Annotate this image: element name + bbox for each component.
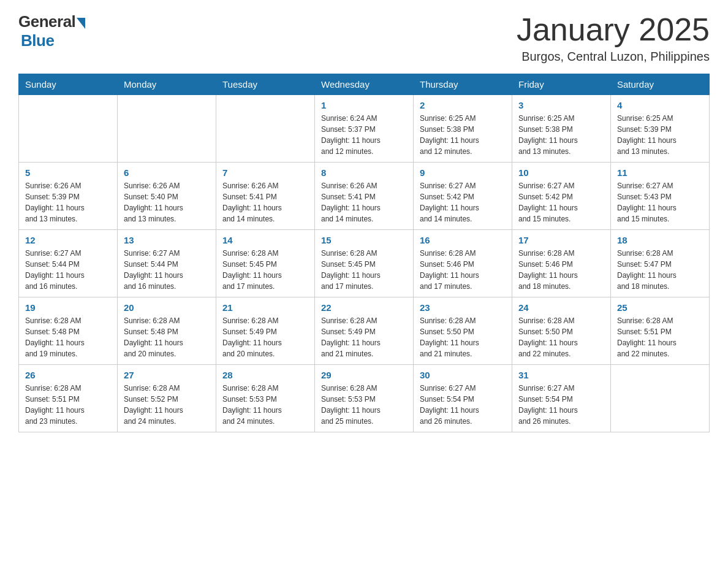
calendar-cell: 1Sunrise: 6:24 AM Sunset: 5:37 PM Daylig… (315, 95, 414, 163)
day-number: 20 (124, 302, 210, 313)
calendar-cell: 29Sunrise: 6:28 AM Sunset: 5:53 PM Dayli… (315, 365, 414, 432)
day-number: 17 (518, 235, 604, 245)
calendar-cell: 28Sunrise: 6:28 AM Sunset: 5:53 PM Dayli… (216, 365, 315, 432)
calendar-cell: 26Sunrise: 6:28 AM Sunset: 5:51 PM Dayli… (19, 365, 118, 432)
calendar-cell: 19Sunrise: 6:28 AM Sunset: 5:48 PM Dayli… (19, 297, 118, 365)
calendar-cell: 14Sunrise: 6:28 AM Sunset: 5:45 PM Dayli… (216, 230, 315, 297)
day-number: 15 (321, 235, 407, 245)
day-info: Sunrise: 6:26 AM Sunset: 5:40 PM Dayligh… (124, 180, 210, 224)
calendar-cell: 18Sunrise: 6:28 AM Sunset: 5:47 PM Dayli… (611, 230, 710, 297)
day-info: Sunrise: 6:28 AM Sunset: 5:48 PM Dayligh… (124, 315, 210, 359)
day-number: 24 (518, 302, 604, 313)
calendar-cell: 3Sunrise: 6:25 AM Sunset: 5:38 PM Daylig… (512, 95, 611, 163)
calendar-cell: 22Sunrise: 6:28 AM Sunset: 5:49 PM Dayli… (315, 297, 414, 365)
month-title: January 2025 (517, 12, 710, 47)
calendar-cell: 20Sunrise: 6:28 AM Sunset: 5:48 PM Dayli… (118, 297, 216, 365)
calendar-cell: 23Sunrise: 6:28 AM Sunset: 5:50 PM Dayli… (414, 297, 512, 365)
day-number: 26 (25, 370, 111, 380)
calendar-table: SundayMondayTuesdayWednesdayThursdayFrid… (18, 74, 710, 432)
calendar-cell: 8Sunrise: 6:26 AM Sunset: 5:41 PM Daylig… (315, 163, 414, 230)
calendar-cell (611, 365, 710, 432)
day-header-tuesday: Tuesday (216, 74, 315, 95)
day-number: 22 (321, 302, 407, 313)
calendar-cell: 11Sunrise: 6:27 AM Sunset: 5:43 PM Dayli… (611, 163, 710, 230)
day-number: 21 (222, 302, 308, 313)
logo: General Blue (18, 12, 85, 50)
day-info: Sunrise: 6:28 AM Sunset: 5:50 PM Dayligh… (420, 315, 506, 359)
week-row-3: 12Sunrise: 6:27 AM Sunset: 5:44 PM Dayli… (19, 230, 710, 297)
day-info: Sunrise: 6:25 AM Sunset: 5:38 PM Dayligh… (420, 113, 506, 157)
day-header-sunday: Sunday (19, 74, 118, 95)
calendar-cell (19, 95, 118, 163)
week-row-2: 5Sunrise: 6:26 AM Sunset: 5:39 PM Daylig… (19, 163, 710, 230)
calendar-cell: 2Sunrise: 6:25 AM Sunset: 5:38 PM Daylig… (414, 95, 512, 163)
day-number: 10 (518, 167, 604, 178)
week-row-5: 26Sunrise: 6:28 AM Sunset: 5:51 PM Dayli… (19, 365, 710, 432)
day-info: Sunrise: 6:28 AM Sunset: 5:49 PM Dayligh… (321, 315, 407, 359)
day-number: 23 (420, 302, 506, 313)
day-number: 28 (222, 370, 308, 380)
day-number: 31 (518, 370, 604, 380)
day-info: Sunrise: 6:27 AM Sunset: 5:43 PM Dayligh… (617, 180, 703, 224)
day-number: 16 (420, 235, 506, 245)
day-number: 5 (25, 167, 111, 178)
calendar-cell: 25Sunrise: 6:28 AM Sunset: 5:51 PM Dayli… (611, 297, 710, 365)
day-header-monday: Monday (118, 74, 216, 95)
day-info: Sunrise: 6:27 AM Sunset: 5:54 PM Dayligh… (518, 383, 604, 427)
day-number: 13 (124, 235, 210, 245)
calendar-cell: 9Sunrise: 6:27 AM Sunset: 5:42 PM Daylig… (414, 163, 512, 230)
calendar-cell: 10Sunrise: 6:27 AM Sunset: 5:42 PM Dayli… (512, 163, 611, 230)
day-header-thursday: Thursday (414, 74, 512, 95)
day-header-friday: Friday (512, 74, 611, 95)
day-info: Sunrise: 6:28 AM Sunset: 5:51 PM Dayligh… (617, 315, 703, 359)
day-number: 7 (222, 167, 308, 178)
day-info: Sunrise: 6:24 AM Sunset: 5:37 PM Dayligh… (321, 113, 407, 157)
calendar-cell (118, 95, 216, 163)
day-info: Sunrise: 6:28 AM Sunset: 5:46 PM Dayligh… (420, 248, 506, 292)
day-info: Sunrise: 6:28 AM Sunset: 5:45 PM Dayligh… (321, 248, 407, 292)
day-info: Sunrise: 6:27 AM Sunset: 5:42 PM Dayligh… (420, 180, 506, 224)
day-info: Sunrise: 6:28 AM Sunset: 5:46 PM Dayligh… (518, 248, 604, 292)
calendar-cell: 15Sunrise: 6:28 AM Sunset: 5:45 PM Dayli… (315, 230, 414, 297)
location-text: Burgos, Central Luzon, Philippines (517, 50, 710, 64)
day-number: 14 (222, 235, 308, 245)
day-info: Sunrise: 6:28 AM Sunset: 5:49 PM Dayligh… (222, 315, 308, 359)
day-info: Sunrise: 6:28 AM Sunset: 5:52 PM Dayligh… (124, 383, 210, 427)
day-number: 29 (321, 370, 407, 380)
calendar-cell: 7Sunrise: 6:26 AM Sunset: 5:41 PM Daylig… (216, 163, 315, 230)
logo-blue-text: Blue (21, 31, 54, 50)
day-header-saturday: Saturday (611, 74, 710, 95)
day-info: Sunrise: 6:28 AM Sunset: 5:50 PM Dayligh… (518, 315, 604, 359)
days-header-row: SundayMondayTuesdayWednesdayThursdayFrid… (19, 74, 710, 95)
week-row-1: 1Sunrise: 6:24 AM Sunset: 5:37 PM Daylig… (19, 95, 710, 163)
day-info: Sunrise: 6:28 AM Sunset: 5:45 PM Dayligh… (222, 248, 308, 292)
logo-general-text: General (18, 12, 75, 31)
day-info: Sunrise: 6:27 AM Sunset: 5:44 PM Dayligh… (25, 248, 111, 292)
calendar-cell: 5Sunrise: 6:26 AM Sunset: 5:39 PM Daylig… (19, 163, 118, 230)
day-info: Sunrise: 6:27 AM Sunset: 5:42 PM Dayligh… (518, 180, 604, 224)
calendar-cell: 24Sunrise: 6:28 AM Sunset: 5:50 PM Dayli… (512, 297, 611, 365)
title-section: January 2025 Burgos, Central Luzon, Phil… (517, 12, 710, 64)
day-info: Sunrise: 6:26 AM Sunset: 5:41 PM Dayligh… (222, 180, 308, 224)
day-number: 2 (420, 100, 506, 110)
day-number: 18 (617, 235, 703, 245)
day-number: 25 (617, 302, 703, 313)
day-number: 30 (420, 370, 506, 380)
day-number: 12 (25, 235, 111, 245)
day-number: 6 (124, 167, 210, 178)
day-number: 3 (518, 100, 604, 110)
day-info: Sunrise: 6:28 AM Sunset: 5:53 PM Dayligh… (321, 383, 407, 427)
day-info: Sunrise: 6:26 AM Sunset: 5:41 PM Dayligh… (321, 180, 407, 224)
day-number: 8 (321, 167, 407, 178)
day-info: Sunrise: 6:26 AM Sunset: 5:39 PM Dayligh… (25, 180, 111, 224)
day-info: Sunrise: 6:28 AM Sunset: 5:53 PM Dayligh… (222, 383, 308, 427)
day-header-wednesday: Wednesday (315, 74, 414, 95)
calendar-cell: 21Sunrise: 6:28 AM Sunset: 5:49 PM Dayli… (216, 297, 315, 365)
day-number: 19 (25, 302, 111, 313)
day-info: Sunrise: 6:28 AM Sunset: 5:47 PM Dayligh… (617, 248, 703, 292)
calendar-cell: 16Sunrise: 6:28 AM Sunset: 5:46 PM Dayli… (414, 230, 512, 297)
day-number: 27 (124, 370, 210, 380)
week-row-4: 19Sunrise: 6:28 AM Sunset: 5:48 PM Dayli… (19, 297, 710, 365)
calendar-cell: 17Sunrise: 6:28 AM Sunset: 5:46 PM Dayli… (512, 230, 611, 297)
day-info: Sunrise: 6:28 AM Sunset: 5:51 PM Dayligh… (25, 383, 111, 427)
